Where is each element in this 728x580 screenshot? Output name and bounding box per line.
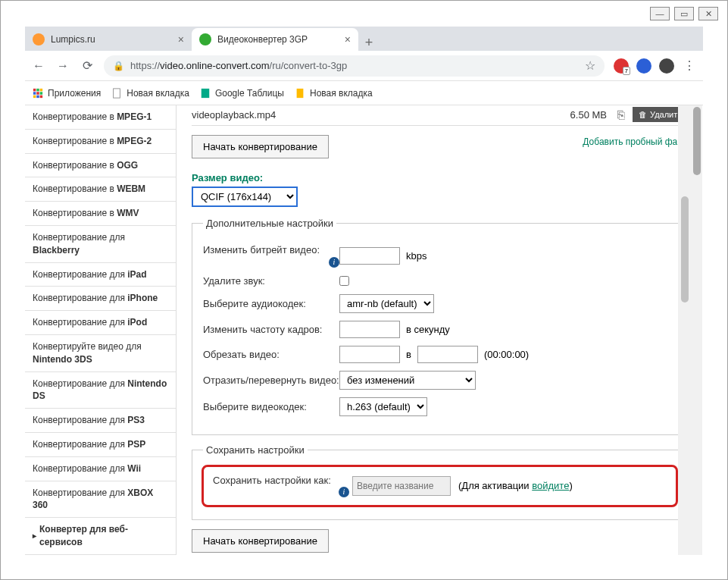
sidebar-item[interactable]: Конвертирование для XBOX 360 xyxy=(25,481,176,519)
bookmark-label: Новая вкладка xyxy=(127,88,189,99)
audio-codec-select[interactable]: amr-nb (default) xyxy=(339,294,434,313)
sidebar-item[interactable]: Конвертирование для PS3 xyxy=(25,409,176,433)
convert-button-bottom[interactable]: Начать конвертирование xyxy=(192,529,329,553)
url-field[interactable]: 🔒 https://video.online-convert.com/ru/co… xyxy=(104,55,605,77)
file-size: 6.50 MB xyxy=(570,109,607,121)
tab-videoconverter[interactable]: Видеоконвертер 3GP × xyxy=(192,28,358,51)
video-codec-select[interactable]: h.263 (default) xyxy=(339,397,427,416)
sidebar-item[interactable]: Конвертирование для iPod xyxy=(25,311,176,335)
forward-button[interactable]: → xyxy=(55,58,70,74)
scrollbar[interactable] xyxy=(690,105,702,555)
bitrate-input[interactable] xyxy=(339,247,400,265)
trash-icon: 🗑 xyxy=(639,110,647,119)
video-size-select[interactable]: QCIF (176x144) xyxy=(192,187,298,207)
sidebar-item[interactable]: Конвертирование для Blackberry xyxy=(25,226,176,263)
sidebar-item[interactable]: Конвертирование для Wii xyxy=(25,457,176,481)
save-name-input[interactable] xyxy=(352,476,451,496)
file-name: videoplayback.mp4 xyxy=(192,109,570,121)
fps-row: Изменить частоту кадров: в секунду xyxy=(203,321,676,338)
inner-scrollbar-thumb[interactable] xyxy=(681,196,689,303)
remove-audio-row: Удалите звук: xyxy=(203,275,676,287)
tab-lumpics[interactable]: Lumpics.ru × xyxy=(25,28,192,51)
page-icon xyxy=(111,88,122,99)
ext-icon-1[interactable]: 7 xyxy=(614,58,629,74)
cut-from-input[interactable] xyxy=(339,346,400,363)
fps-input[interactable] xyxy=(339,321,400,338)
video-codec-label: Выберите видеокодек: xyxy=(203,401,339,412)
close-button[interactable]: ✕ xyxy=(698,7,718,20)
bookmark-google-sheets[interactable]: Google Таблицы xyxy=(200,88,284,99)
sidebar-item[interactable]: Конвертирование в OGG xyxy=(25,154,176,178)
maximize-button[interactable]: ▭ xyxy=(674,7,694,20)
svg-rect-4 xyxy=(36,92,39,95)
file-row: videoplayback.mp4 6.50 MB ⎘ 🗑 Удалить xyxy=(192,105,688,126)
tab-title: Видеоконвертер 3GP xyxy=(217,34,308,45)
tab-title: Lumpics.ru xyxy=(51,34,95,45)
sidebar: Конвертирование в MPEG-1 Конвертирование… xyxy=(25,105,177,555)
apps-icon xyxy=(33,88,43,99)
info-icon[interactable]: i xyxy=(339,487,349,497)
menu-icon[interactable]: ⋮ xyxy=(682,58,697,74)
trial-file-link[interactable]: Добавить пробный файл xyxy=(583,136,688,147)
new-tab-button[interactable]: + xyxy=(358,35,380,51)
video-codec-row: Выберите видеокодек: h.263 (default) xyxy=(203,397,676,416)
sidebar-item[interactable]: Конвертирование для PSP xyxy=(25,433,176,457)
sidebar-item[interactable]: Конвертирование для Nintendo DS xyxy=(25,372,176,409)
cut-label: Обрезать видео: xyxy=(203,349,339,360)
cut-row: Обрезать видео: в (00:00:00) xyxy=(203,346,676,363)
svg-rect-11 xyxy=(297,88,304,97)
sidebar-item[interactable]: Конвертирование в WMV xyxy=(25,202,176,226)
cut-to-input[interactable] xyxy=(417,346,478,363)
convert-button-top[interactable]: Начать конвертирование xyxy=(192,135,329,158)
favicon-icon xyxy=(33,33,45,45)
scrollbar-thumb[interactable] xyxy=(693,107,701,175)
inner-scrollbar[interactable] xyxy=(678,105,690,555)
extension-icons: 7 ⋮ xyxy=(614,58,697,74)
sidebar-item[interactable]: Конвертирование для iPhone xyxy=(25,287,176,311)
svg-rect-3 xyxy=(33,92,36,95)
sidebar-item[interactable]: Конвертируйте видео для Nintendo 3DS xyxy=(25,335,176,372)
video-size-label: Размер видео: xyxy=(192,172,688,183)
cut-sep: в xyxy=(406,349,411,360)
remove-audio-label: Удалите звук: xyxy=(203,275,339,287)
ext-icon-2[interactable] xyxy=(636,58,651,74)
apps-button[interactable]: Приложения xyxy=(33,88,101,99)
login-link[interactable]: войдите xyxy=(532,480,569,491)
fps-unit: в секунду xyxy=(406,324,450,335)
copy-icon[interactable]: ⎘ xyxy=(617,108,630,121)
tabs-bar: Lumpics.ru × Видеоконвертер 3GP × + xyxy=(25,27,703,51)
minimize-button[interactable]: — xyxy=(650,7,670,20)
bitrate-unit: kbps xyxy=(406,250,426,262)
advanced-legend: Дополнительные настройки xyxy=(203,218,336,229)
reload-button[interactable]: ⟳ xyxy=(80,58,95,74)
sidebar-item[interactable]: Конвертирование в WEBM xyxy=(25,177,176,202)
page-icon xyxy=(295,88,305,99)
remove-audio-checkbox[interactable] xyxy=(339,276,349,286)
favicon-icon xyxy=(199,33,211,45)
profile-avatar[interactable] xyxy=(659,58,674,74)
svg-rect-1 xyxy=(36,88,39,91)
back-button[interactable]: ← xyxy=(31,58,46,74)
bookmark-new-tab-2[interactable]: Новая вкладка xyxy=(295,88,373,99)
sidebar-item[interactable]: Конвертирование в MPEG-1 xyxy=(25,105,176,130)
svg-rect-2 xyxy=(40,88,43,91)
bookmark-label: Новая вкладка xyxy=(310,88,373,99)
star-icon[interactable]: ☆ xyxy=(585,58,595,73)
flip-label: Отразить/перевернуть видео: xyxy=(203,375,339,386)
sidebar-header-web[interactable]: Конвертер для веб-сервисов xyxy=(25,518,176,555)
sidebar-item[interactable]: Конвертирование в MPEG-2 xyxy=(25,130,176,154)
fps-label: Изменить частоту кадров: xyxy=(203,324,339,335)
info-icon[interactable]: i xyxy=(329,257,339,268)
save-hint: (Для активации войдите) xyxy=(458,480,573,491)
svg-rect-0 xyxy=(33,88,36,91)
save-row: Сохранить настройки как: i (Для активаци… xyxy=(213,475,667,498)
close-icon[interactable]: × xyxy=(345,33,351,45)
window-frame: — ▭ ✕ Lumpics.ru × Видеоконвертер 3GP × … xyxy=(0,0,728,580)
flip-select[interactable]: без изменений xyxy=(339,371,476,390)
bookmark-new-tab-1[interactable]: Новая вкладка xyxy=(111,88,189,99)
bookmark-label: Приложения xyxy=(48,88,101,99)
svg-rect-8 xyxy=(40,95,43,98)
svg-rect-5 xyxy=(40,92,43,95)
sidebar-item[interactable]: Конвертирование для iPad xyxy=(25,263,176,287)
close-icon[interactable]: × xyxy=(178,33,184,45)
